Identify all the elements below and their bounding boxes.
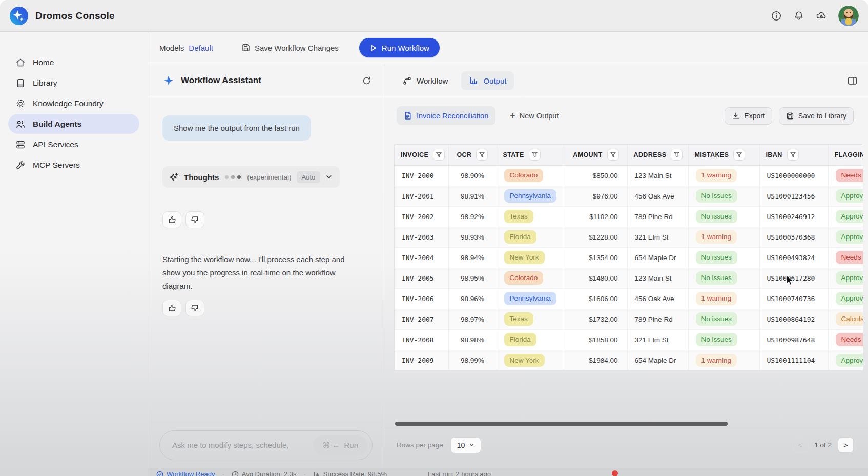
column-header-iban[interactable]: IBAN bbox=[759, 145, 828, 165]
cell-amount: $1858.00 bbox=[564, 329, 627, 350]
scrollbar-thumb[interactable] bbox=[395, 422, 728, 426]
workflow-toolbar: Models Default Save Workflow Changes bbox=[148, 32, 868, 64]
rows-per-page-select[interactable]: 10 bbox=[450, 437, 482, 453]
last-run: Last run: 2 hours ago bbox=[428, 470, 491, 476]
cell-address: 123 Main St bbox=[627, 165, 688, 186]
save-workflow-label: Save Workflow Changes bbox=[255, 44, 339, 52]
cell-flagging: Approve bbox=[828, 288, 863, 309]
sidebar-item-mcp-servers[interactable]: MCP Servers bbox=[8, 155, 139, 175]
column-header-address[interactable]: ADDRESS bbox=[627, 145, 688, 165]
cell-flagging: Calculat bbox=[828, 309, 863, 329]
sidebar-item-build-agents[interactable]: Build Agents bbox=[8, 114, 139, 134]
bell-icon[interactable] bbox=[793, 10, 804, 22]
cell-amount: $1228.00 bbox=[564, 227, 627, 247]
column-header-state[interactable]: STATE bbox=[497, 145, 564, 165]
refresh-icon[interactable] bbox=[362, 76, 371, 86]
column-header-ocr[interactable]: OCR bbox=[448, 145, 497, 165]
table-row[interactable]: INV-200298.92%Texas$1102.00789 Pine RdNo… bbox=[395, 206, 863, 227]
models-label: Models bbox=[159, 44, 184, 52]
thoughts-toggle[interactable]: Thoughts (experimental) Auto bbox=[162, 166, 340, 188]
run-workflow-button[interactable]: Run Workflow bbox=[359, 38, 440, 57]
table-row[interactable]: INV-200898.98%Florida$1858.00321 Elm StN… bbox=[395, 329, 863, 350]
cell-mistakes: No issues bbox=[688, 247, 759, 268]
cell-invoice: INV-2003 bbox=[395, 227, 448, 247]
save-workflow-button[interactable]: Save Workflow Changes bbox=[241, 43, 339, 52]
assistant-input-field[interactable] bbox=[172, 441, 313, 449]
cell-ocr: 98.97% bbox=[448, 309, 497, 329]
cell-iban: US1000864192 bbox=[759, 309, 828, 329]
thumbs-up-button[interactable] bbox=[162, 211, 181, 228]
cell-mistakes: 1 warning bbox=[688, 227, 759, 247]
panel-toggle-icon[interactable] bbox=[847, 75, 858, 86]
cell-state: Texas bbox=[497, 309, 564, 329]
cell-ocr: 98.96% bbox=[448, 288, 497, 309]
cell-flagging: Needs r bbox=[828, 329, 863, 350]
new-output-button[interactable]: + New Output bbox=[510, 111, 559, 121]
thumbs-up-button[interactable] bbox=[162, 300, 181, 316]
table-row[interactable]: INV-200598.95%Colorado$1480.00123 Main S… bbox=[395, 268, 863, 288]
cell-state: Texas bbox=[497, 206, 564, 227]
mini-chart-icon bbox=[313, 471, 320, 476]
bar-chart-icon bbox=[469, 76, 479, 86]
info-icon[interactable] bbox=[771, 10, 782, 22]
column-header-mistakes[interactable]: MISTAKES bbox=[688, 145, 759, 165]
avatar[interactable] bbox=[838, 6, 859, 26]
cell-iban: US1000370368 bbox=[759, 227, 828, 247]
state-badge: Texas bbox=[504, 210, 533, 223]
filter-icon[interactable] bbox=[607, 149, 619, 161]
mistakes-badge: 1 warning bbox=[696, 169, 737, 182]
filter-icon[interactable] bbox=[787, 149, 799, 161]
table-row[interactable]: INV-200498.94%New York$1354.00654 Maple … bbox=[395, 247, 863, 268]
sidebar-item-label: Home bbox=[33, 58, 54, 67]
filter-icon[interactable] bbox=[433, 149, 445, 161]
cell-iban: US1000987648 bbox=[759, 329, 828, 350]
filter-icon[interactable] bbox=[733, 149, 745, 161]
table-row[interactable]: INV-200198.91%Pennsylvania$976.00456 Oak… bbox=[395, 186, 863, 206]
assistant-input[interactable]: ⌘ ← Run bbox=[159, 430, 373, 460]
cell-invoice: INV-2007 bbox=[395, 309, 448, 329]
tab-workflow[interactable]: Workflow bbox=[402, 76, 448, 86]
sidebar-item-api-services[interactable]: API Services bbox=[8, 134, 139, 154]
thumbs-down-button[interactable] bbox=[185, 300, 204, 316]
table-row[interactable]: INV-200098.90%Colorado$850.00123 Main St… bbox=[395, 165, 863, 186]
save-to-library-button[interactable]: Save to Library bbox=[779, 107, 854, 125]
cell-address: 321 Elm St bbox=[627, 227, 688, 247]
filter-icon[interactable] bbox=[529, 149, 541, 161]
prev-page-button[interactable]: < bbox=[792, 437, 808, 453]
cell-iban: US1000493824 bbox=[759, 247, 828, 268]
thumbs-down-button[interactable] bbox=[185, 211, 204, 228]
table-row[interactable]: INV-200398.93%Florida$1228.00321 Elm St1… bbox=[395, 227, 863, 247]
dataset-tab-invoice-reconciliation[interactable]: Invoice Reconciliation bbox=[397, 106, 495, 125]
sidebar-item-library[interactable]: Library bbox=[8, 73, 139, 93]
column-header-amount[interactable]: AMOUNT bbox=[564, 145, 627, 165]
table-row[interactable]: INV-200698.96%Pennsylvania$1606.00456 Oa… bbox=[395, 288, 863, 309]
models-value[interactable]: Default bbox=[189, 44, 213, 52]
column-header-invoice[interactable]: INVOICE bbox=[395, 145, 448, 165]
tab-output[interactable]: Output bbox=[461, 71, 514, 90]
status-bar: Workflow Ready · Avg Duration: 2.3s · Su… bbox=[148, 468, 868, 476]
mistakes-badge: 1 warning bbox=[696, 354, 737, 367]
app-window: Dromos Console bbox=[0, 0, 868, 476]
filter-icon[interactable] bbox=[476, 149, 488, 161]
cell-iban: US1000123456 bbox=[759, 186, 828, 206]
cell-ocr: 98.98% bbox=[448, 329, 497, 350]
cloud-alert-icon[interactable] bbox=[816, 10, 827, 22]
mistakes-badge: No issues bbox=[696, 333, 737, 346]
avg-duration: Avg Duration: 2.3s bbox=[232, 470, 297, 476]
cell-flagging: Approve bbox=[828, 206, 863, 227]
column-header-flagging[interactable]: FLAGGING bbox=[828, 145, 863, 165]
table-row[interactable]: INV-200998.99%New York$1984.00654 Maple … bbox=[395, 350, 863, 370]
sidebar-item-home[interactable]: Home bbox=[8, 52, 139, 72]
horizontal-scrollbar[interactable] bbox=[395, 422, 854, 426]
cell-flagging: Needs r bbox=[828, 247, 863, 268]
pagination-bar: Rows per page 10 < 1 of 2 > bbox=[384, 427, 868, 468]
next-page-button[interactable]: > bbox=[838, 437, 854, 453]
cell-state: Colorado bbox=[497, 268, 564, 288]
run-shortcut-button[interactable]: ⌘ ← Run bbox=[313, 435, 367, 455]
cell-flagging: Approve bbox=[828, 268, 863, 288]
filter-icon[interactable] bbox=[671, 149, 683, 161]
sidebar-item-knowledge-foundry[interactable]: Knowledge Foundry bbox=[8, 93, 139, 113]
export-button[interactable]: Export bbox=[725, 107, 772, 125]
table-row[interactable]: INV-200798.97%Texas$1732.00789 Pine RdNo… bbox=[395, 309, 863, 329]
thoughts-mode-badge[interactable]: Auto bbox=[297, 171, 321, 183]
